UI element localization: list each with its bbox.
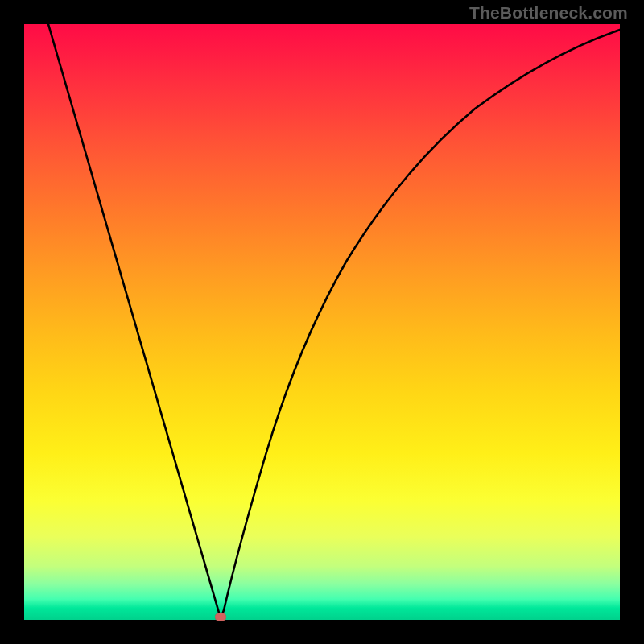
watermark-text: TheBottleneck.com: [469, 3, 628, 23]
plot-area: [24, 24, 620, 620]
minimum-marker: [215, 613, 226, 621]
chart-frame: TheBottleneck.com: [0, 0, 644, 644]
